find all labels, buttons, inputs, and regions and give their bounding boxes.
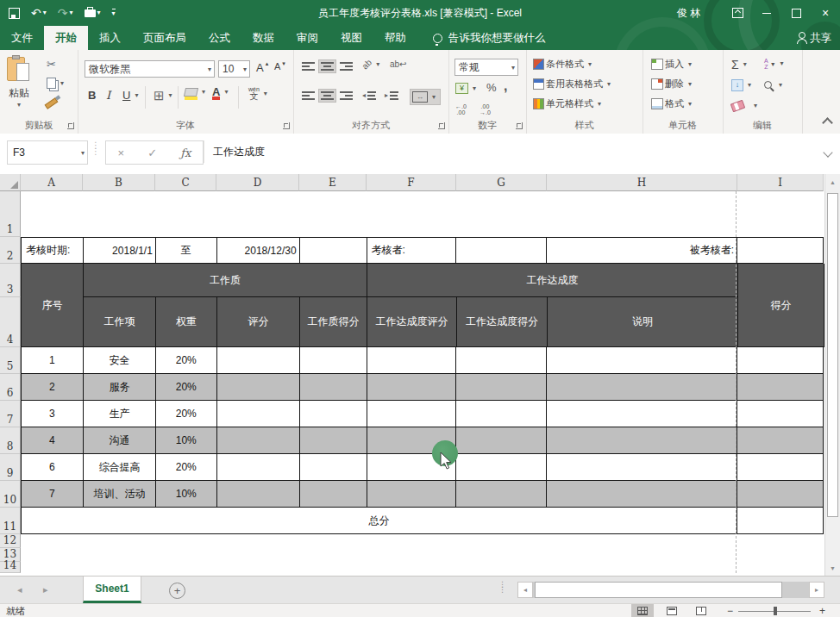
cell[interactable] [737, 481, 824, 508]
horizontal-scroll-thumb[interactable] [535, 582, 782, 598]
cell[interactable] [456, 454, 547, 481]
cell[interactable]: 20% [156, 347, 217, 374]
scroll-up-icon[interactable]: ▲ [825, 174, 840, 190]
number-format-select[interactable]: 常规▾ [454, 59, 518, 76]
grow-font-button[interactable]: A▴ [256, 62, 268, 73]
cell[interactable]: 2 [22, 374, 84, 401]
comma-style-button[interactable]: , [504, 79, 507, 93]
format-as-table-button[interactable]: 套用表格格式▾ [533, 78, 613, 90]
cell[interactable] [737, 454, 824, 481]
formula-bar-splitter[interactable]: ⋮ ⋮ [91, 142, 97, 154]
tab-data[interactable]: 数据 [241, 26, 285, 50]
vertical-scroll-thumb[interactable] [827, 193, 838, 517]
decrease-decimal-button[interactable]: .00 →.0 [480, 103, 491, 115]
insert-function-icon[interactable]: ƒx [180, 146, 191, 159]
cell[interactable] [547, 347, 737, 374]
tab-help[interactable]: 帮助 [373, 26, 417, 50]
row-header[interactable]: 4 [0, 297, 21, 347]
page-layout-view-button[interactable] [661, 604, 683, 617]
cell[interactable] [217, 347, 300, 374]
share-button[interactable]: 共享 [799, 26, 831, 50]
cell[interactable]: 生产 [84, 401, 156, 427]
horizontal-scrollbar[interactable]: ◂ ▸ [517, 582, 824, 598]
paste-button[interactable] [7, 55, 29, 83]
header-cell[interactable]: 工作质 [84, 264, 367, 297]
column-header[interactable]: A [21, 174, 83, 191]
row-header[interactable]: 1 [0, 191, 21, 237]
header-cell[interactable]: 得分 [738, 264, 824, 347]
row-header[interactable]: 6 [0, 374, 21, 401]
row-header[interactable]: 10 [0, 481, 21, 508]
cell[interactable] [300, 481, 367, 508]
tab-view[interactable]: 视图 [329, 26, 373, 50]
cell[interactable] [217, 481, 300, 508]
tab-insert[interactable]: 插入 [88, 26, 132, 50]
accounting-format-button[interactable]: ¥ ▾ [455, 83, 479, 94]
cell[interactable] [456, 374, 547, 401]
sort-filter-button[interactable]: A Z ▼ ▾ [764, 58, 787, 70]
scroll-right-icon[interactable]: ▸ [809, 582, 824, 598]
ribbon-display-options-button[interactable] [723, 0, 752, 26]
dialog-launcher-icon[interactable] [438, 122, 445, 129]
cell[interactable]: 考核时期: [22, 238, 84, 264]
normal-view-button[interactable] [631, 604, 654, 617]
formula-input[interactable]: 工作达成度 [204, 140, 814, 163]
expand-formula-bar-icon[interactable] [823, 147, 832, 157]
clear-button[interactable]: ▾ [731, 102, 760, 110]
cell[interactable]: 被考核者: [547, 238, 737, 264]
cell[interactable] [547, 401, 737, 427]
minimize-button[interactable] [752, 0, 781, 26]
total-cell[interactable]: 总分 [22, 508, 737, 534]
find-select-button[interactable]: ▾ [764, 81, 785, 89]
row-header[interactable]: 8 [0, 427, 21, 454]
cell[interactable] [737, 401, 824, 427]
select-all-corner[interactable] [0, 174, 21, 191]
column-header[interactable]: H [547, 174, 737, 191]
format-painter-icon[interactable] [45, 98, 58, 103]
cell[interactable]: 20% [156, 401, 217, 427]
header-cell[interactable]: 说明 [548, 297, 738, 347]
cell[interactable] [456, 427, 547, 454]
cell[interactable]: 20% [156, 374, 217, 401]
merge-center-button[interactable]: ↔▾ [411, 90, 440, 104]
header-cell[interactable]: 评分 [217, 297, 300, 347]
cell[interactable]: 至 [156, 238, 217, 264]
page-break-view-button[interactable] [690, 604, 712, 617]
underline-button[interactable]: U▾ [122, 90, 141, 101]
name-box[interactable]: F3▾ [7, 140, 88, 165]
column-header[interactable]: D [216, 174, 299, 191]
cell[interactable]: 沟通 [84, 427, 156, 454]
row-header[interactable]: 3 [0, 264, 21, 297]
increase-indent-button[interactable]: ▸ [385, 91, 398, 100]
column-header[interactable]: F [367, 174, 456, 191]
tab-scroll-splitter[interactable]: ⋮ ⋮ [498, 582, 505, 592]
cell[interactable] [300, 238, 367, 264]
italic-button[interactable]: I [106, 90, 110, 101]
row-header[interactable]: 14 [0, 562, 21, 573]
row-header[interactable]: 12 [0, 534, 21, 548]
font-name-select[interactable]: 微软雅黑▾ [85, 60, 215, 78]
column-header[interactable]: I [737, 174, 824, 191]
cell[interactable]: 考核者: [367, 238, 457, 264]
cell[interactable] [300, 427, 367, 454]
cell[interactable] [547, 454, 737, 481]
cell[interactable] [217, 427, 300, 454]
vertical-scrollbar[interactable]: ▲ ▼ [824, 174, 840, 576]
cell[interactable]: 2018/12/30 [217, 238, 300, 264]
cell-styles-button[interactable]: 单元格样式▾ [533, 98, 604, 109]
wrap-text-button[interactable]: ab↩ [390, 60, 407, 69]
align-left-button[interactable] [300, 90, 317, 102]
cell[interactable] [547, 427, 737, 454]
next-sheet-icon[interactable]: ▸ [43, 576, 48, 603]
tell-me-box[interactable]: 告诉我你想要做什么 [433, 26, 546, 50]
cell[interactable] [547, 374, 737, 401]
cell[interactable] [217, 374, 300, 401]
cell[interactable] [217, 401, 300, 427]
new-sheet-button[interactable]: + [169, 583, 185, 599]
cell[interactable] [367, 481, 457, 508]
orientation-button[interactable]: ab ▾ [362, 60, 382, 69]
percent-style-button[interactable]: % [486, 82, 497, 93]
cell[interactable] [456, 347, 547, 374]
dialog-launcher-icon[interactable] [516, 122, 523, 129]
sheet-tab-sheet1[interactable]: Sheet1 [83, 576, 141, 603]
